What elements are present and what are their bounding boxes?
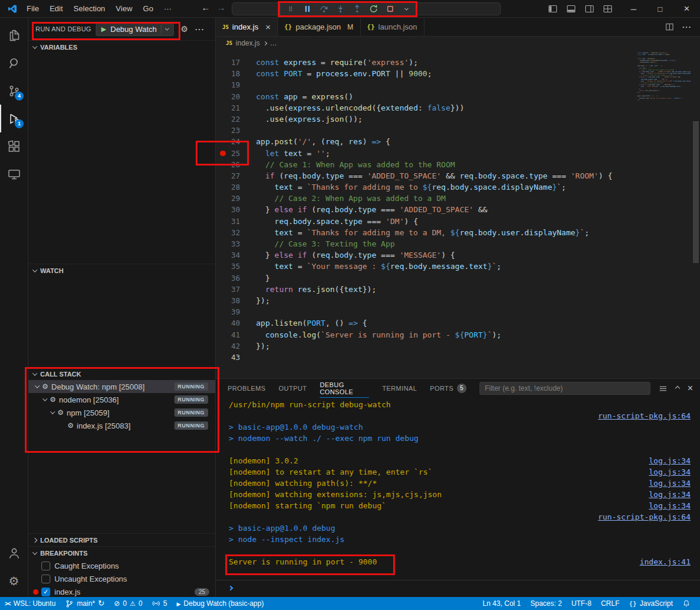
statusbar-item-debug-session[interactable]: ▶Debug Watch (basic-app) <box>172 597 269 610</box>
line-number-gutter[interactable]: 43 <box>216 352 256 363</box>
panel-tab-problems[interactable]: PROBLEMS <box>228 379 265 398</box>
statusbar-item-remote-indicator[interactable]: ><WSL: Ubuntu <box>0 597 60 610</box>
code-editor[interactable]: 17const express = require('express');18c… <box>216 50 700 378</box>
sidebar-item-settings[interactable]: ⚙ <box>0 567 28 595</box>
toggle-secondary-sidebar-icon[interactable] <box>585 4 594 14</box>
console-source-link[interactable]: log.js:34 <box>649 500 691 511</box>
breakpoint-row[interactable]: Uncaught Exceptions <box>28 572 215 585</box>
line-number-gutter[interactable]: 36 <box>216 272 256 284</box>
console-source-link[interactable]: log.js:34 <box>649 478 691 489</box>
close-button[interactable]: × <box>673 0 700 18</box>
sidebar-item-source-control[interactable]: 4 <box>0 77 28 105</box>
console-options-icon[interactable] <box>659 384 667 393</box>
maximize-button[interactable]: □ <box>647 0 673 18</box>
section-loaded-scripts[interactable]: LOADED SCRIPTS <box>28 533 215 546</box>
step-out-button[interactable] <box>349 3 365 15</box>
line-number-gutter[interactable]: 18 <box>216 68 256 79</box>
line-number-gutter[interactable]: 31 <box>216 216 256 227</box>
more-actions-icon[interactable]: ··· <box>195 25 205 34</box>
line-number-gutter[interactable]: 37 <box>216 284 256 295</box>
scrollbar-thumb[interactable] <box>693 121 699 263</box>
statusbar-item-encoding[interactable]: UTF-8 <box>566 597 596 610</box>
split-editor-icon[interactable] <box>665 22 674 31</box>
breakpoint-row[interactable]: Caught Exceptions <box>28 559 215 572</box>
section-breakpoints[interactable]: BREAKPOINTS <box>28 546 215 559</box>
breakpoint-row[interactable]: ✓index.js25 <box>28 585 215 597</box>
menu-item-selection[interactable]: Selection <box>68 2 110 15</box>
close-tab-icon[interactable]: × <box>265 22 271 32</box>
menu-item-edit[interactable]: Edit <box>44 2 68 15</box>
panel-tab-terminal[interactable]: TERMINAL <box>382 379 417 398</box>
section-watch[interactable]: WATCH <box>28 264 215 277</box>
panel-tab-output[interactable]: OUTPUT <box>278 379 307 398</box>
statusbar-item-git-branch[interactable]: main*↻ <box>60 597 109 610</box>
console-source-link[interactable]: run-script-pkg.js:64 <box>598 511 691 523</box>
line-number-gutter[interactable]: 17 <box>216 57 256 68</box>
console-filter-input[interactable] <box>479 382 650 395</box>
line-number-gutter[interactable]: 39 <box>216 306 256 317</box>
statusbar-item-eol[interactable]: CRLF <box>596 597 624 610</box>
breadcrumb-file[interactable]: index.js <box>236 39 260 47</box>
statusbar-item-indentation[interactable]: Spaces: 2 <box>526 597 566 610</box>
line-number-gutter[interactable]: 23 <box>216 125 256 136</box>
breakpoint-checkbox[interactable]: ✓ <box>41 588 50 596</box>
breadcrumb[interactable]: JS index.js … <box>216 37 700 50</box>
statusbar-item-language-mode[interactable]: {}JavaScript <box>624 597 678 610</box>
debug-config-picker[interactable]: ▶ Debug Watch <box>96 22 174 36</box>
callstack-session-row[interactable]: ⚙index.js [25083]RUNNING <box>28 419 215 432</box>
menu-item-go[interactable]: Go <box>138 2 158 15</box>
statusbar-item-cursor-position[interactable]: Ln 43, Col 1 <box>478 597 526 610</box>
line-number-gutter[interactable]: 28 <box>216 181 256 193</box>
line-number-gutter[interactable]: 41 <box>216 329 256 340</box>
start-debugging-icon[interactable]: ▶ <box>101 26 106 33</box>
callstack-session-row[interactable]: ⚙nodemon [25036]RUNNING <box>28 393 215 406</box>
tab-package-json[interactable]: {} package.json M <box>278 18 361 36</box>
breadcrumb-symbol[interactable]: … <box>270 39 277 47</box>
sidebar-item-run-and-debug[interactable]: 1 <box>0 105 28 132</box>
sidebar-item-accounts[interactable] <box>0 539 28 567</box>
pause-button[interactable] <box>299 3 315 15</box>
statusbar-item-notifications[interactable] <box>678 597 695 610</box>
panel-tab-ports[interactable]: PORTS5 <box>430 379 466 398</box>
line-number-gutter[interactable]: 42 <box>216 340 256 352</box>
line-number-gutter[interactable]: 19 <box>216 79 256 90</box>
line-number-gutter[interactable]: 24 <box>216 136 256 147</box>
console-source-link[interactable]: run-script-pkg.js:64 <box>598 410 691 421</box>
line-number-gutter[interactable]: 32 <box>216 227 256 238</box>
toggle-panel-icon[interactable] <box>566 4 576 14</box>
customize-layout-icon[interactable] <box>603 4 612 14</box>
section-variables[interactable]: VARIABLES <box>28 40 215 53</box>
maximize-panel-icon[interactable] <box>676 387 679 390</box>
line-number-gutter[interactable]: 26 <box>216 159 256 170</box>
menu-item-file[interactable]: File <box>21 2 44 15</box>
line-number-gutter[interactable]: 25 <box>216 148 256 159</box>
close-panel-icon[interactable]: × <box>688 383 693 394</box>
sidebar-item-remote-explorer[interactable] <box>0 160 28 188</box>
sidebar-item-extensions[interactable] <box>0 132 28 160</box>
statusbar-item-problems[interactable]: ⊘0⚠0 <box>109 597 147 610</box>
line-number-gutter[interactable]: 27 <box>216 170 256 181</box>
stop-button[interactable] <box>382 3 398 15</box>
step-over-button[interactable] <box>316 3 332 15</box>
line-number-gutter[interactable]: 22 <box>216 113 256 125</box>
minimap[interactable]: const express = require('express');const… <box>637 52 691 103</box>
back-icon[interactable]: ← <box>199 2 213 12</box>
step-into-button[interactable] <box>332 3 348 15</box>
line-number-gutter[interactable]: 35 <box>216 261 256 272</box>
chevron-down-icon[interactable] <box>165 26 169 30</box>
forward-icon[interactable]: → <box>214 2 228 12</box>
line-number-gutter[interactable]: 21 <box>216 102 256 113</box>
line-number-gutter[interactable]: 34 <box>216 249 256 261</box>
line-number-gutter[interactable]: 29 <box>216 193 256 204</box>
statusbar-item-ports-forwarded[interactable]: 5 <box>147 597 172 610</box>
console-source-link[interactable]: index.js:41 <box>640 556 691 567</box>
callstack-session-row[interactable]: ⚙Debug Watch: npm [25008]RUNNING <box>28 380 215 393</box>
menu-item-view[interactable]: View <box>111 2 138 15</box>
panel-tab-debug-console[interactable]: DEBUG CONSOLE <box>320 379 369 398</box>
chevron-down-button[interactable] <box>398 3 414 15</box>
breakpoint-checkbox[interactable] <box>41 562 50 570</box>
sidebar-item-explorer[interactable] <box>0 21 28 49</box>
editor-scrollbar[interactable] <box>692 50 700 378</box>
debug-console-input[interactable] <box>216 580 700 595</box>
tab-launch-json[interactable]: {} launch.json <box>361 18 424 36</box>
